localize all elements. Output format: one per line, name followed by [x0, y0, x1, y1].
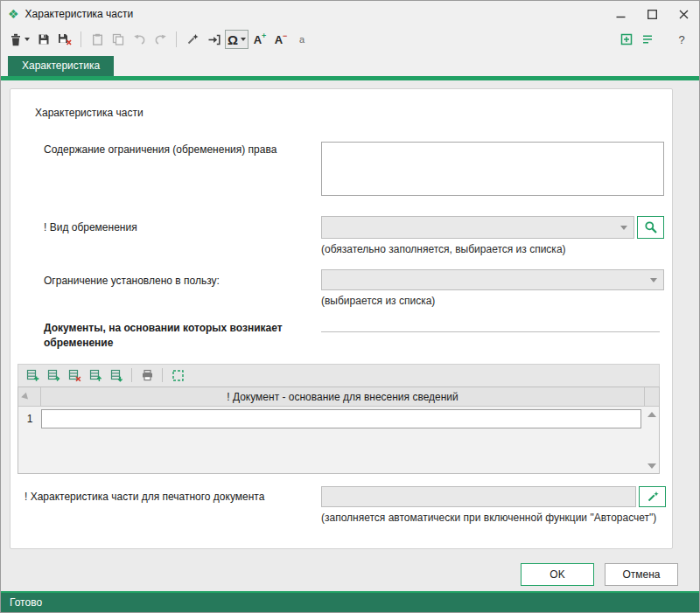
scroll-down-icon[interactable] — [648, 463, 656, 469]
undo-icon — [133, 34, 146, 45]
favor-hint: (выбирается из списка) — [321, 295, 664, 307]
titlebar: ❖ Характеристика части — [1, 1, 699, 27]
docs-section-label: Документы, на основании которых возникае… — [18, 321, 321, 352]
print-button[interactable] — [137, 366, 157, 384]
grid-toolbar — [18, 364, 660, 387]
font-decrease-button[interactable]: A− — [271, 30, 290, 49]
status-bar: Готово — [1, 591, 699, 612]
form-panel: Характеристика части Содержание ограниче… — [10, 88, 673, 549]
plus-mark: + — [262, 31, 266, 40]
trash-icon — [10, 33, 22, 46]
search-icon — [644, 220, 658, 234]
undo-button[interactable] — [130, 30, 149, 49]
toolbar-separator — [176, 31, 177, 47]
move-row-up-button[interactable] — [86, 366, 105, 384]
expand-table-button[interactable] — [168, 366, 187, 384]
chevron-down-icon — [650, 278, 657, 282]
window-controls — [605, 1, 699, 27]
print-label: ! Характеристика части для печатного док… — [18, 486, 321, 503]
special-symbols-button[interactable]: Ω — [225, 30, 248, 49]
delete-row-button[interactable] — [65, 366, 84, 384]
green-tool-button-1[interactable] — [617, 30, 636, 49]
spacer — [18, 307, 660, 321]
content-label: Содержание ограничения (обременения) пра… — [18, 142, 321, 156]
green-plus-box-icon — [620, 33, 633, 45]
save-icon — [38, 33, 50, 45]
toolbar-separator — [80, 31, 81, 47]
row-number[interactable]: 1 — [18, 413, 41, 425]
autocalc-wand-button[interactable] — [183, 30, 202, 49]
expand-icon — [172, 369, 185, 382]
help-button[interactable]: ? — [672, 30, 691, 49]
favor-field-row: Ограничение установлено в пользу: (выбир… — [18, 269, 660, 307]
arrow-into-bracket-icon — [207, 34, 220, 45]
scroll-up-icon[interactable] — [648, 412, 656, 417]
print-input[interactable] — [321, 486, 636, 507]
grid-column-header[interactable]: ! Документ - основание для внесения свед… — [41, 387, 645, 406]
cancel-button[interactable]: Отмена — [605, 563, 678, 586]
green-tool-button-2[interactable] — [638, 30, 657, 49]
font-increase-button[interactable]: A+ — [250, 30, 270, 49]
docs-section-row: Документы, на основании которых возникае… — [18, 321, 660, 352]
favor-combobox[interactable] — [321, 269, 664, 290]
tab-characteristic[interactable]: Характеристика — [8, 56, 114, 76]
documents-grid-section: ! Документ - основание для внесения свед… — [18, 364, 660, 474]
save-button[interactable] — [34, 30, 53, 49]
close-icon — [679, 10, 689, 19]
maximize-button[interactable] — [636, 1, 668, 27]
kind-label: ! Вид обременения — [18, 216, 321, 233]
chevron-down-icon — [620, 226, 627, 230]
minus-mark: − — [283, 31, 287, 40]
font-default-button[interactable]: a — [292, 30, 312, 49]
autocalc-button[interactable] — [639, 486, 666, 507]
document-cell-input[interactable] — [41, 409, 641, 428]
grid-corner-cell[interactable] — [18, 387, 41, 406]
move-row-down-icon — [110, 369, 123, 382]
app-icon: ❖ — [8, 8, 19, 20]
grid-scrollbar-header-cell — [645, 387, 659, 406]
grid-toolbar-separator — [162, 368, 163, 382]
status-text: Готово — [10, 596, 42, 609]
print-field-row: ! Характеристика части для печатного док… — [18, 486, 660, 524]
copy-icon — [112, 33, 124, 45]
spacer — [18, 474, 660, 486]
redo-icon — [154, 34, 167, 45]
redo-button[interactable] — [150, 30, 170, 49]
spacer — [18, 199, 660, 216]
section-title: Характеристика части — [18, 107, 660, 119]
omega-icon: Ω — [228, 33, 238, 46]
move-row-down-button[interactable] — [107, 366, 126, 384]
omega-dropdown-caret-icon — [241, 38, 246, 41]
delete-button[interactable] — [7, 30, 32, 49]
close-button[interactable] — [668, 1, 699, 27]
font-increase-icon: A — [254, 34, 262, 45]
ok-button[interactable]: OK — [521, 563, 594, 586]
add-row-button[interactable] — [23, 366, 42, 384]
kind-combobox[interactable] — [321, 216, 634, 239]
documents-grid: ! Документ - основание для внесения свед… — [18, 387, 660, 474]
kind-search-button[interactable] — [637, 216, 664, 239]
content-textarea[interactable] — [321, 142, 664, 196]
help-icon: ? — [678, 33, 684, 46]
minimize-button[interactable] — [605, 1, 636, 27]
minimize-icon — [616, 10, 626, 19]
print-hint: (заполняется автоматически при включенно… — [321, 512, 664, 524]
window-title: Характеристика части — [25, 8, 134, 20]
docs-divider-line — [321, 331, 660, 332]
save-and-close-button[interactable] — [55, 30, 74, 49]
save-close-icon — [58, 33, 72, 45]
add-row-icon — [26, 369, 39, 382]
maximize-icon — [648, 10, 657, 19]
kind-hint: (обязательно заполняется, выбирается из … — [321, 243, 664, 255]
content-field-row: Содержание ограничения (обременения) пра… — [18, 142, 660, 199]
insert-row-icon — [47, 369, 60, 382]
insert-row-button[interactable] — [44, 366, 63, 384]
main-toolbar: Ω A+ A− a ? — [1, 27, 699, 52]
grid-toolbar-separator — [131, 368, 132, 382]
insert-from-button[interactable] — [204, 30, 223, 49]
delete-dropdown-caret-icon — [24, 38, 30, 41]
copy-button[interactable] — [108, 30, 128, 49]
font-default-icon: a — [299, 35, 304, 45]
tab-bar: Характеристика — [1, 52, 699, 76]
paste-button[interactable] — [88, 30, 107, 49]
